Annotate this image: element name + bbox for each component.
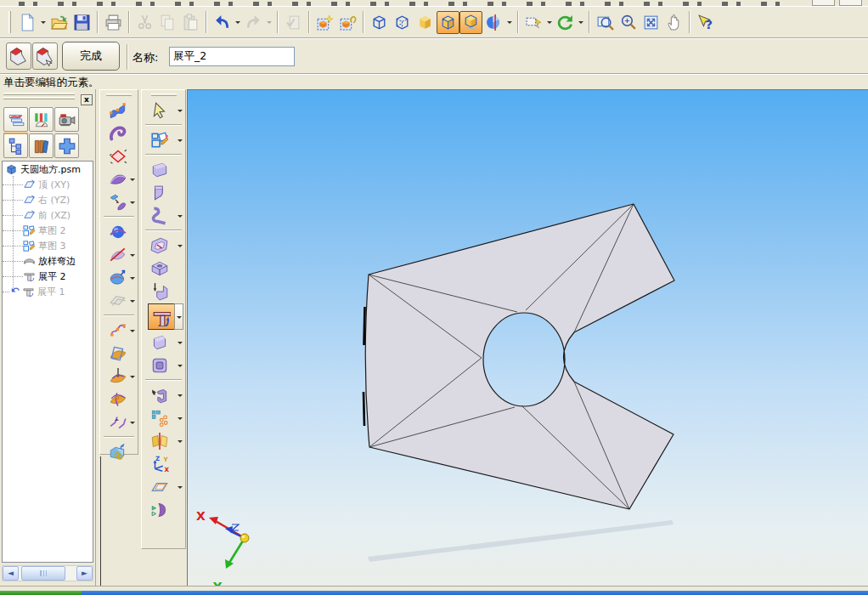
normal-cutout-button[interactable] — [148, 280, 172, 303]
new-document-button[interactable] — [16, 11, 39, 34]
cutout-dropdown[interactable] — [176, 234, 183, 257]
shadow-view-button[interactable] — [459, 11, 482, 34]
part-copy-button[interactable] — [148, 499, 172, 521]
curved-surface-dropdown[interactable] — [128, 167, 136, 190]
bluesurf-button[interactable] — [106, 99, 130, 122]
open-document-button[interactable] — [48, 11, 70, 34]
tree-item[interactable]: 展平 1 — [3, 284, 93, 299]
cutout-button[interactable] — [148, 235, 172, 257]
cut-button[interactable] — [133, 11, 156, 34]
tree-root[interactable]: 天圆地方.psm — [3, 162, 93, 177]
bounded-surface-button[interactable] — [106, 145, 130, 167]
refresh-view-button[interactable] — [554, 11, 577, 34]
refresh-view-dropdown[interactable] — [577, 11, 585, 33]
link-feature-button[interactable] — [336, 11, 359, 34]
sketch-dropdown[interactable] — [176, 128, 183, 151]
project-curve-button[interactable] — [106, 366, 130, 388]
trim-surface-dropdown[interactable] — [128, 243, 136, 266]
tree-item[interactable]: 放样弯边 — [3, 253, 93, 269]
select-tool-dropdown[interactable] — [176, 99, 183, 122]
dimple-dropdown[interactable] — [176, 354, 183, 377]
reference-plane-button[interactable] — [148, 476, 172, 498]
paste-button[interactable] — [179, 11, 202, 34]
feature-name-input[interactable] — [169, 47, 295, 66]
tab-button[interactable] — [148, 159, 172, 181]
feature-tree-tab[interactable] — [3, 133, 28, 158]
flatten-button[interactable] — [148, 303, 175, 330]
view-orientation-dropdown[interactable] — [505, 11, 514, 33]
toolbar-grip[interactable] — [151, 94, 177, 96]
window-button[interactable] — [812, 0, 835, 6]
pan-button[interactable] — [662, 11, 685, 34]
cross-curve-button[interactable] — [106, 388, 130, 411]
tree-item[interactable]: 展平 2 — [3, 269, 93, 284]
tree-item[interactable]: 顶 (XY) — [3, 177, 93, 192]
tree-item[interactable]: 草图 3 — [3, 238, 93, 253]
flange-button[interactable] — [148, 182, 172, 204]
tree-item[interactable]: 右 (YZ) — [3, 192, 93, 207]
split-curve-button[interactable] — [106, 411, 130, 434]
undo-button[interactable] — [211, 11, 234, 34]
callout-dropdown[interactable] — [545, 11, 554, 33]
coordinate-system-button[interactable]: ZYX — [148, 453, 172, 475]
shaded-with-edges-view-button[interactable] — [437, 11, 459, 34]
bend-button[interactable] — [148, 384, 172, 406]
curved-surface-button[interactable] — [106, 168, 130, 190]
pattern-dropdown[interactable] — [176, 406, 183, 429]
library-tab[interactable] — [29, 133, 54, 158]
mirror-copy-dropdown[interactable] — [176, 429, 183, 452]
save-document-button[interactable] — [70, 11, 93, 34]
zoom-button[interactable] — [617, 11, 640, 34]
panel-grip[interactable] — [3, 93, 75, 95]
dimple-button[interactable] — [148, 354, 172, 377]
copy-button[interactable] — [156, 11, 179, 34]
sketch-button[interactable] — [148, 129, 172, 151]
project-curve-dropdown[interactable] — [128, 365, 136, 388]
create-feature-button[interactable] — [313, 11, 336, 34]
mirror-copy-button[interactable] — [148, 430, 172, 452]
view-orientation-button[interactable] — [482, 11, 505, 34]
addins-tab[interactable] — [54, 133, 79, 158]
offset-surface-button[interactable] — [106, 267, 130, 289]
tree-item[interactable]: 草图 2 — [3, 223, 93, 238]
keypoint-curve-button[interactable] — [106, 320, 130, 342]
zoom-area-button[interactable] — [594, 11, 617, 34]
shaded-view-button[interactable] — [414, 11, 437, 34]
hidden-edges-view-button[interactable] — [391, 11, 414, 34]
return-step-button[interactable] — [6, 42, 31, 70]
redo-button[interactable] — [242, 11, 265, 34]
copy-surface-button[interactable] — [106, 191, 130, 213]
intersect-button[interactable] — [106, 221, 130, 243]
panel-splitter[interactable] — [100, 456, 101, 586]
interpart-copy-button[interactable] — [106, 441, 130, 463]
pattern-button[interactable] — [148, 407, 172, 429]
hole-button[interactable] — [148, 258, 172, 280]
reference-plane-dropdown[interactable] — [176, 475, 183, 498]
select-tool-button[interactable] — [148, 99, 172, 122]
3d-viewport[interactable]: X Y — [187, 89, 868, 586]
scrollbar-thumb[interactable] — [21, 566, 65, 581]
contour-flange-dropdown[interactable] — [176, 204, 183, 227]
visible-edges-view-button[interactable] — [368, 11, 391, 34]
replace-face-button[interactable] — [106, 290, 130, 312]
redo-dropdown[interactable] — [265, 11, 273, 33]
swept-surface-button[interactable] — [106, 122, 130, 144]
toolbar-grip[interactable] — [106, 94, 132, 96]
scroll-left-arrow-icon[interactable]: ◄ — [3, 566, 19, 581]
offset-surface-dropdown[interactable] — [128, 266, 136, 289]
tree-item[interactable]: 前 (XZ) — [3, 207, 93, 223]
intersection-curve-button[interactable] — [106, 343, 130, 365]
panel-grip[interactable] — [3, 97, 75, 99]
window-button[interactable] — [839, 0, 862, 6]
close-icon[interactable]: x — [81, 94, 93, 105]
layers-tab[interactable] — [3, 107, 28, 132]
scroll-right-arrow-icon[interactable]: ► — [76, 566, 93, 581]
flatten-dropdown[interactable] — [174, 303, 183, 330]
gauge-tab[interactable] — [29, 107, 54, 132]
trim-surface-button[interactable] — [106, 244, 130, 266]
check-document-button[interactable] — [282, 11, 305, 34]
contour-flange-button[interactable] — [148, 205, 172, 227]
split-curve-dropdown[interactable] — [128, 411, 136, 434]
keypoint-curve-dropdown[interactable] — [128, 319, 136, 342]
help-select-button[interactable]: ? — [694, 11, 717, 34]
